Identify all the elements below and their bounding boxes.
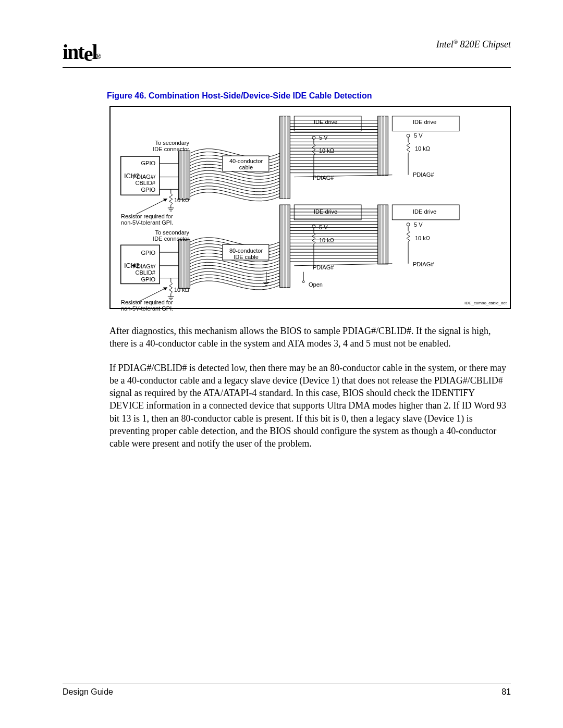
svg-line-48 (294, 264, 392, 266)
footer-page-number: 81 (501, 687, 511, 697)
label-10k: 10 kΩ (174, 287, 189, 293)
figure-box: IDE drive IDE drive 5 V 5 V 10 kΩ 10 kΩ … (109, 106, 511, 309)
svg-line-18 (294, 175, 392, 177)
svg-point-64 (302, 281, 304, 283)
label-5v: 5 V (319, 134, 328, 141)
page-footer: Design Guide 81 (63, 684, 511, 697)
footer-doc-title: Design Guide (63, 687, 113, 697)
label-gpio: GPIO (141, 250, 155, 256)
label-5v: 5 V (414, 221, 423, 228)
label-pdiag: PDIAG# (413, 261, 434, 267)
chipset-title: Intel® 820E Chipset (436, 39, 511, 50)
svg-rect-1 (179, 151, 190, 200)
body-text: After diagnostics, this mechanism allows… (109, 325, 511, 450)
label-5v: 5 V (319, 224, 328, 230)
label-80-conductor: 80-conductorIDE cable (226, 248, 266, 260)
svg-rect-31 (179, 239, 190, 288)
schematic-svg (111, 107, 510, 308)
label-10k: 10 kΩ (415, 145, 430, 152)
label-footer-code: IDE_combo_cable_det (464, 301, 507, 306)
label-10k: 10 kΩ (319, 147, 334, 154)
label-pdiag: PDIAG# (313, 175, 334, 181)
intel-logo: intel® (63, 40, 101, 64)
label-5v: 5 V (414, 132, 423, 139)
label-pdiag-cblid: PDIAG#/CBLID# (133, 174, 155, 186)
label-resistor-req: Resistor required fornon-5V-tolerant GPI… (121, 213, 173, 226)
label-ide-drive: IDE drive (314, 208, 337, 215)
svg-rect-8 (378, 116, 388, 176)
paragraph-2: If PDIAG#/CBLID# is detected low, then t… (109, 362, 511, 450)
page-header: intel® Intel® 820E Chipset (63, 39, 511, 68)
svg-point-45 (407, 223, 410, 226)
paragraph-1: After diagnostics, this mechanism allows… (109, 325, 511, 350)
svg-point-15 (407, 134, 410, 137)
label-gpio: GPIO (141, 276, 155, 282)
label-pdiag: PDIAG# (413, 171, 434, 178)
svg-rect-34 (280, 205, 290, 287)
label-10k: 10 kΩ (415, 235, 430, 241)
figure-caption: Figure 46. Combination Host-Side/Device-… (107, 91, 511, 101)
page-container: intel® Intel® 820E Chipset Figure 46. Co… (0, 0, 563, 728)
svg-line-27 (136, 199, 167, 214)
label-pdiag: PDIAG# (313, 264, 334, 270)
figure-wrap: IDE drive IDE drive 5 V 5 V 10 kΩ 10 kΩ … (109, 106, 511, 309)
label-ide-drive: IDE drive (314, 119, 337, 125)
label-40-conductor: 40-conductorcable (226, 158, 266, 170)
label-gpio: GPIO (141, 187, 155, 193)
label-10k: 10 kΩ (319, 237, 334, 243)
label-gpio: GPIO (141, 160, 155, 166)
label-10k: 10 kΩ (174, 197, 189, 203)
label-to-secondary: To secondaryIDE connector (153, 140, 189, 152)
label-open: Open (309, 281, 323, 288)
svg-rect-38 (378, 205, 388, 264)
label-ide-drive: IDE drive (413, 119, 436, 125)
label-pdiag-cblid: PDIAG#/CBLID# (133, 263, 155, 276)
label-ide-drive: IDE drive (413, 208, 436, 215)
svg-rect-4 (280, 116, 290, 199)
label-to-secondary: To secondaryIDE connector (153, 229, 189, 242)
label-resistor-req: Resistor required fornon-5V-tolerant GPI… (121, 299, 173, 312)
